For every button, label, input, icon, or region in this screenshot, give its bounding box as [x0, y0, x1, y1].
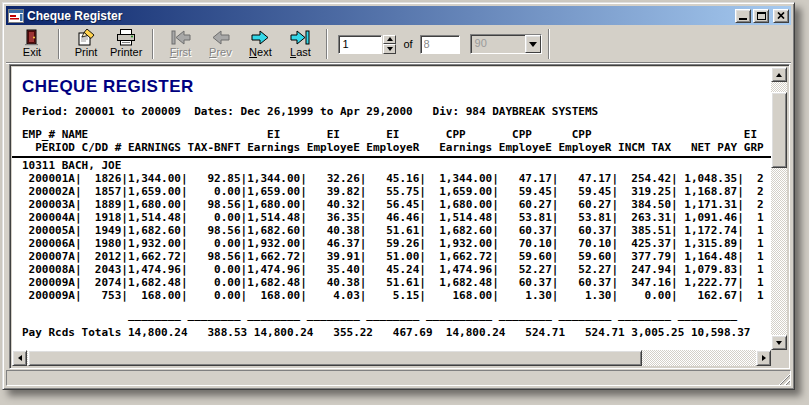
scroll-right-button[interactable]	[756, 350, 771, 366]
scroll-right-icon	[762, 355, 766, 361]
total-pages-input[interactable]	[420, 35, 460, 54]
print-icon	[77, 28, 96, 46]
horizontal-scrollbar-thumb[interactable]	[28, 350, 642, 366]
report-meta-line: Period: 200001 to 200009 Dates: Dec 26,1…	[22, 105, 771, 118]
scroll-left-button[interactable]	[12, 350, 27, 366]
next-page-arrow-icon	[250, 28, 271, 46]
printer-icon	[116, 28, 136, 46]
maximize-button[interactable]	[753, 9, 769, 23]
print-button-label: Print	[75, 46, 98, 59]
cheque-row: 200007A| 2012|1,662.72| 98.56|1,662.72| …	[22, 250, 771, 263]
records-combobox[interactable]: 90	[470, 34, 542, 54]
horizontal-scrollbar[interactable]	[12, 350, 771, 366]
scroll-down-button[interactable]	[771, 335, 787, 350]
cheque-register-window: Cheque Register ExitPrintPrinterFirstPre…	[2, 2, 795, 390]
resize-grip[interactable]	[777, 372, 790, 385]
next-button-label: Next	[249, 46, 272, 59]
spin-down-icon	[387, 47, 393, 51]
scroll-down-icon	[776, 341, 782, 345]
print-button[interactable]: Print	[66, 27, 106, 61]
toolbar-separator	[548, 29, 550, 59]
column-group-header-row: EMP_# NAME EI EI EI CPP CPP CPP EI	[22, 128, 771, 141]
cheque-row: 200005A| 1949|1,682.60| 98.56|1,682.60| …	[22, 224, 771, 237]
prev-page-arrow-icon	[210, 28, 231, 46]
last-page-arrow-icon	[290, 28, 311, 46]
cheque-row: 200004A| 1918|1,514.48| 0.00|1,514.48| 3…	[22, 211, 771, 224]
titlebar[interactable]: Cheque Register	[6, 6, 791, 25]
printer-button[interactable]: Printer	[106, 27, 146, 61]
window-title: Cheque Register	[27, 9, 733, 23]
minimize-button[interactable]	[735, 9, 751, 23]
page-spin-up-button[interactable]	[383, 35, 396, 45]
page-navigator: of 90	[338, 34, 541, 54]
header-rule	[12, 156, 771, 158]
first-button[interactable]: First	[160, 27, 200, 61]
report-body: EMP_# NAME EI EI EI CPP CPP CPP EI PERIO…	[22, 128, 771, 339]
scrollbar-corner	[771, 350, 787, 366]
scroll-up-button[interactable]	[771, 67, 787, 82]
cheque-row: 200003A| 1889|1,680.00| 98.56|1,680.00| …	[22, 198, 771, 211]
payroll-app-icon	[8, 9, 24, 23]
close-button[interactable]	[773, 9, 789, 23]
scroll-left-icon	[18, 355, 22, 361]
combobox-dropdown-button[interactable]	[525, 35, 541, 53]
minimize-icon	[739, 18, 747, 20]
maximize-icon	[757, 12, 766, 20]
last-button-label: Last	[290, 46, 311, 59]
exit-button-label: Exit	[23, 46, 41, 59]
toolbar-separator	[326, 29, 328, 59]
cheque-row: 200009A| 2074|1,682.48| 0.00|1,682.48| 4…	[22, 276, 771, 289]
totals-separator-row: ________ ________ ________ ________ ____…	[22, 308, 771, 321]
cheque-row: 200006A| 1980|1,932.00| 0.00|1,932.00| 4…	[22, 237, 771, 250]
dropdown-arrow-icon	[529, 42, 537, 47]
prev-button-label: Prev	[209, 46, 232, 59]
prev-button[interactable]: Prev	[200, 27, 240, 61]
cheque-row: 200008A| 2043|1,474.96| 0.00|1,474.96| 3…	[22, 263, 771, 276]
records-combobox-value: 90	[471, 35, 525, 53]
close-icon	[777, 12, 785, 19]
toolbar: ExitPrintPrinterFirstPrevNextLast of 90	[6, 26, 791, 63]
cheque-row: 200002A| 1857|1,659.00| 0.00|1,659.00| 3…	[22, 185, 771, 198]
report-panel: CHEQUE REGISTER Period: 200001 to 200009…	[9, 64, 790, 369]
spin-up-icon	[387, 37, 393, 41]
page-spin-down-button[interactable]	[383, 44, 396, 54]
current-page-input[interactable]	[338, 35, 382, 54]
page-spinner	[383, 35, 396, 54]
first-button-label: First	[170, 46, 191, 59]
last-button[interactable]: Last	[280, 27, 320, 61]
next-button[interactable]: Next	[240, 27, 280, 61]
vertical-scrollbar-thumb[interactable]	[771, 92, 787, 168]
exit-door-icon	[23, 28, 41, 46]
cheque-row: 200001A| 1826|1,344.00| 92.85|1,344.00| …	[22, 172, 771, 185]
vertical-scrollbar[interactable]	[771, 67, 787, 350]
column-header-row: PERIOD C/DD # EARNINGS TAX-BNFT Earnings…	[22, 141, 771, 154]
cheque-row: 200009A| 753| 168.00| 0.00| 168.00| 4.03…	[22, 289, 771, 302]
toolbar-separator	[152, 29, 154, 59]
scroll-up-icon	[776, 73, 782, 77]
exit-button[interactable]: Exit	[12, 27, 52, 61]
toolbar-separator	[58, 29, 60, 59]
printer-button-label: Printer	[110, 46, 142, 59]
employee-group-row: 10311 BACH, JOE	[22, 159, 771, 172]
status-bar	[6, 370, 791, 386]
of-label: of	[403, 38, 412, 50]
totals-row: Pay Rcds Totals 14,800.24 388.53 14,800.…	[22, 326, 771, 339]
first-page-arrow-icon	[170, 28, 191, 46]
report-title: CHEQUE REGISTER	[22, 77, 771, 97]
report-view: CHEQUE REGISTER Period: 200001 to 200009…	[12, 67, 771, 350]
